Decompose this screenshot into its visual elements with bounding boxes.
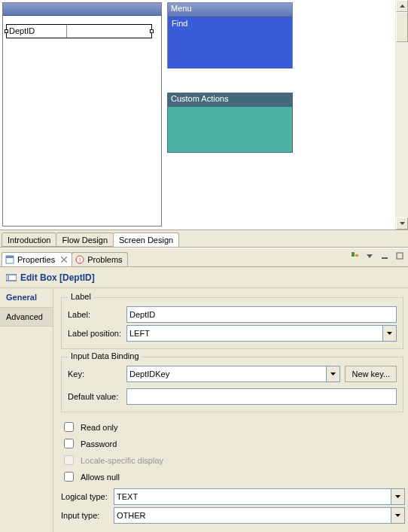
svg-marker-15 (387, 332, 392, 335)
group-binding: Input Data Binding Key: New key... Defau… (61, 357, 403, 412)
check-allows-null-box[interactable] (64, 472, 74, 482)
svg-rect-12 (397, 253, 403, 259)
editbox-icon (6, 273, 17, 282)
chevron-down-icon (395, 495, 400, 498)
view-menu-icon[interactable] (364, 251, 375, 261)
view-tabbar: Properties ! Problems (0, 248, 408, 267)
svg-text:!: ! (79, 257, 81, 263)
label-label: Label: (68, 310, 126, 319)
svg-rect-3 (6, 256, 14, 258)
tab-flow-design[interactable]: Flow Design (56, 233, 114, 247)
label-input[interactable] (126, 306, 397, 323)
svg-marker-1 (400, 222, 405, 225)
screen-preview-titlebar (3, 3, 161, 16)
tab-introduction[interactable]: Introduction (2, 233, 56, 247)
logical-type-label: Logical type: (61, 492, 114, 501)
input-type-select[interactable] (114, 507, 405, 524)
editbox-deptid-input[interactable] (67, 25, 151, 38)
new-key-button[interactable]: New key... (345, 366, 397, 382)
svg-marker-18 (395, 514, 400, 517)
chevron-up-icon (400, 5, 405, 8)
tab-properties-label: Properties (17, 255, 55, 264)
check-password-box[interactable] (64, 439, 74, 448)
chevron-down-icon (400, 222, 405, 225)
editbox-deptid[interactable]: DeptID (6, 24, 152, 38)
dropdown-button[interactable] (391, 489, 404, 504)
tab-screen-design[interactable]: Screen Design (113, 233, 179, 247)
editbox-deptid-label: DeptID (7, 25, 67, 38)
close-icon[interactable] (61, 257, 67, 263)
resize-handle-right[interactable] (150, 29, 154, 33)
check-read-only-box[interactable] (64, 422, 74, 432)
form-title: Edit Box [DeptID] (0, 267, 408, 287)
pin-icon[interactable] (349, 251, 360, 261)
group-label: Label Label: Label position: (61, 297, 403, 349)
check-allows-null[interactable]: Allows null (61, 470, 405, 484)
check-read-only-label: Read only (81, 423, 118, 432)
chevron-down-icon (387, 332, 392, 335)
menu-item-find[interactable]: Find (168, 17, 292, 28)
dropdown-button[interactable] (326, 366, 339, 382)
chevron-down-icon (330, 372, 336, 375)
logical-type-select[interactable] (114, 488, 405, 505)
check-password[interactable]: Password (61, 436, 405, 451)
svg-marker-10 (367, 254, 373, 258)
design-surface: DeptID Menu Find Custom Actions (0, 0, 408, 230)
side-tab-advanced[interactable]: Advanced (0, 307, 53, 327)
menu-panel[interactable]: Menu Find (167, 2, 293, 68)
svg-marker-0 (400, 5, 405, 8)
designer-tabs: Introduction Flow Design Screen Design (0, 230, 408, 248)
tab-properties[interactable]: Properties (2, 252, 72, 266)
check-allows-null-label: Allows null (81, 473, 120, 482)
side-tab-general[interactable]: General (0, 288, 53, 307)
group-label-legend: Label (68, 292, 94, 301)
default-value-label: Default value: (68, 392, 126, 401)
svg-rect-9 (355, 254, 358, 257)
form-title-text: Edit Box [DeptID] (20, 272, 95, 283)
logical-type-value[interactable] (114, 489, 391, 504)
label-position-label: Label position: (68, 329, 126, 338)
tab-problems-label: Problems (87, 255, 122, 264)
check-locale: Locale-specific display (61, 453, 405, 467)
svg-marker-16 (330, 372, 336, 375)
key-value[interactable] (127, 366, 326, 382)
menu-panel-title: Menu (168, 3, 292, 17)
svg-marker-17 (395, 495, 400, 498)
svg-rect-8 (352, 252, 355, 257)
svg-rect-11 (382, 257, 388, 259)
group-binding-legend: Input Data Binding (68, 351, 142, 360)
chevron-down-icon (395, 514, 400, 517)
scroll-down-button[interactable] (396, 217, 408, 230)
input-type-label: Input type: (61, 511, 114, 520)
default-value-input[interactable] (126, 388, 397, 405)
svg-rect-13 (6, 275, 17, 281)
key-label: Key: (68, 369, 126, 378)
scroll-up-button[interactable] (396, 0, 408, 12)
maximize-icon[interactable] (394, 251, 405, 261)
check-read-only[interactable]: Read only (61, 420, 405, 434)
input-type-value[interactable] (114, 508, 391, 523)
check-password-label: Password (81, 439, 117, 448)
scroll-thumb[interactable] (396, 12, 408, 42)
key-select[interactable] (126, 366, 340, 382)
properties-icon (5, 255, 14, 264)
custom-actions-panel[interactable]: Custom Actions (167, 93, 293, 153)
label-position-value[interactable] (127, 326, 382, 341)
dropdown-button[interactable] (382, 326, 396, 341)
label-position-select[interactable] (126, 325, 397, 342)
resize-handle-left[interactable] (5, 29, 8, 33)
minimize-icon[interactable] (379, 251, 390, 261)
design-vertical-scrollbar[interactable] (395, 0, 408, 230)
check-locale-box (64, 455, 74, 465)
check-locale-label: Locale-specific display (81, 456, 163, 465)
screen-preview[interactable]: DeptID (2, 2, 162, 226)
tab-problems[interactable]: ! Problems (72, 252, 127, 266)
dropdown-button[interactable] (391, 508, 404, 523)
form-side-tabs: General Advanced (0, 288, 53, 532)
custom-actions-title: Custom Actions (168, 93, 292, 107)
problems-icon: ! (75, 255, 84, 264)
